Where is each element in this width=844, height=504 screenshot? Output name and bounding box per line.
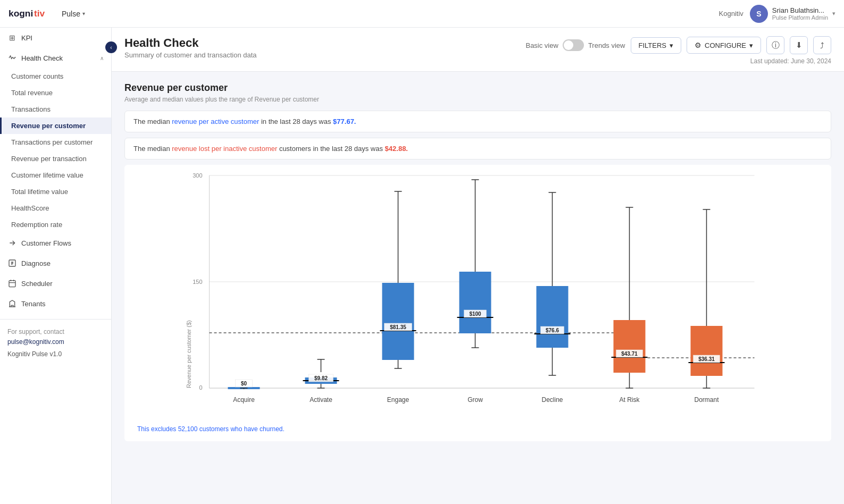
sidebar-item-redemption-rate[interactable]: Redemption rate (0, 216, 111, 233)
kpi-icon: ⊞ (7, 33, 17, 43)
svg-text:Activate: Activate (310, 396, 332, 404)
user-name-block: Srian Bulathsin... Pulse Platform Admin (772, 6, 828, 21)
svg-text:$76.6: $76.6 (546, 327, 559, 333)
support-email-link[interactable]: pulse@kognitiv.com (7, 338, 64, 346)
main-content: Health Check Summary of customer and tra… (112, 28, 844, 452)
info-button[interactable]: ⓘ (766, 36, 784, 54)
insight1-value: $77.67. (333, 117, 356, 125)
share-icon: ⤴ (820, 41, 824, 50)
sidebar-item-total-revenue[interactable]: Total revenue (0, 85, 111, 101)
svg-text:300: 300 (193, 172, 202, 179)
user-name: Srian Bulathsin... (772, 6, 828, 14)
header-controls: Basic view Trends view FILTERS ▾ ⚙ CONFI… (525, 36, 831, 54)
svg-rect-62 (614, 320, 646, 373)
svg-text:$81.35: $81.35 (390, 324, 406, 330)
configure-button[interactable]: ⚙ CONFIGURE ▾ (687, 37, 761, 54)
kpi-items-list: Customer counts Total revenue Transactio… (0, 68, 111, 233)
user-info[interactable]: S Srian Bulathsin... Pulse Platform Admi… (750, 5, 835, 23)
svg-text:0: 0 (199, 384, 202, 391)
svg-text:kogni: kogni (9, 8, 33, 19)
sidebar-item-revenue-per-transaction[interactable]: Revenue per transaction (0, 150, 111, 167)
page-subtitle: Summary of customer and transaction data (124, 51, 257, 59)
kpi-label: KPI (21, 34, 32, 42)
last-updated: Last updated: June 30, 2024 (750, 57, 831, 65)
download-icon: ⬇ (796, 40, 803, 50)
svg-text:$9.82: $9.82 (314, 375, 328, 381)
svg-rect-44 (459, 272, 491, 333)
svg-text:Revenue per customer ($): Revenue per customer ($) (186, 320, 192, 388)
sidebar-item-tenants[interactable]: Tenants (0, 293, 111, 314)
pulse-label: Pulse (62, 10, 80, 18)
sidebar-item-healthscore[interactable]: HealthScore (0, 200, 111, 216)
sidebar-footer: For support, contact pulse@kognitiv.com … (0, 319, 111, 365)
diagnose-label: Diagnose (21, 259, 51, 267)
insight1-mid: in the last 28 days was (261, 117, 331, 125)
share-button[interactable]: ⤴ (813, 36, 831, 54)
svg-text:$36.31: $36.31 (698, 356, 715, 362)
sidebar-kpi-section[interactable]: ⊞ KPI (0, 28, 111, 48)
logo: kogni tiv (9, 6, 51, 21)
sidebar-version: Kognitiv Pulse v1.0 (7, 350, 104, 358)
header-controls-col: Basic view Trends view FILTERS ▾ ⚙ CONFI… (525, 36, 831, 65)
insight-box-1: The median revenue per active customer i… (124, 111, 831, 132)
pulse-menu-button[interactable]: Pulse ▾ (57, 7, 89, 20)
svg-text:150: 150 (193, 279, 202, 285)
sidebar-item-transactions-per-customer[interactable]: Transactions per customer (0, 134, 111, 150)
insight2-mid: customers in the last 28 days was (279, 145, 383, 153)
sidebar-health-check-section[interactable]: Health Check ∧ (0, 48, 111, 68)
filters-button[interactable]: FILTERS ▾ (631, 37, 682, 54)
svg-rect-53 (537, 286, 569, 348)
health-check-icon (7, 53, 17, 63)
insight2-pre: The median (133, 145, 170, 153)
page-title-block: Health Check Summary of customer and tra… (124, 36, 257, 59)
svg-text:$100: $100 (469, 311, 481, 317)
svg-rect-71 (691, 326, 723, 376)
sidebar-item-scheduler[interactable]: Scheduler (0, 273, 111, 293)
top-nav: kogni tiv Pulse ▾ Kognitiv S Srian Bulat… (0, 0, 844, 28)
sidebar-toggle-button[interactable]: ‹ (105, 41, 117, 53)
view-toggle: Basic view Trends view (525, 39, 625, 51)
sidebar-item-transactions[interactable]: Transactions (0, 101, 111, 117)
nav-right: Kognitiv S Srian Bulathsin... Pulse Plat… (719, 5, 835, 23)
svg-text:Dormant: Dormant (694, 396, 719, 404)
scheduler-icon (7, 279, 17, 288)
boxplot-chart: Revenue per customer ($) 0 150 300 (137, 175, 818, 420)
configure-chevron-icon: ▾ (749, 41, 753, 49)
insight1-link[interactable]: revenue per active customer (172, 117, 259, 125)
svg-text:Engage: Engage (387, 396, 410, 404)
chart-wrapper: Revenue per customer ($) 0 150 300 (124, 165, 831, 441)
kognitiv-nav-label: Kognitiv (719, 10, 743, 18)
logo-svg: kogni tiv (9, 6, 51, 21)
exclude-note: This excludes 52,100 customers who have … (137, 425, 818, 433)
sidebar-item-revenue-per-customer[interactable]: Revenue per customer (0, 117, 111, 134)
tenants-icon (7, 299, 17, 308)
filters-label: FILTERS (639, 41, 667, 49)
configure-label: CONFIGURE (705, 41, 746, 49)
sidebar-item-total-lifetime-value[interactable]: Total lifetime value (0, 183, 111, 200)
insight2-link[interactable]: revenue lost per inactive customer (172, 145, 277, 153)
filters-chevron-icon: ▾ (670, 41, 673, 49)
sidebar-item-customer-lifetime-value[interactable]: Customer lifetime value (0, 167, 111, 183)
avatar: S (750, 5, 768, 23)
svg-text:Acquire: Acquire (233, 396, 255, 404)
sidebar-item-customer-counts[interactable]: Customer counts (0, 68, 111, 85)
svg-rect-3 (9, 281, 15, 287)
gear-icon: ⚙ (695, 41, 701, 49)
sidebar-toggle-icon: ‹ (110, 45, 112, 51)
svg-text:Grow: Grow (467, 396, 483, 404)
user-chevron-icon: ▾ (832, 10, 835, 17)
svg-text:tiv: tiv (34, 8, 45, 19)
flows-icon (7, 238, 17, 248)
download-button[interactable]: ⬇ (790, 36, 808, 54)
svg-text:$43.71: $43.71 (621, 351, 638, 357)
toggle-knob (564, 40, 573, 50)
pulse-chevron-icon: ▾ (82, 11, 85, 16)
view-toggle-switch[interactable] (563, 39, 584, 51)
section-title: Revenue per customer (124, 82, 831, 94)
tenants-label: Tenants (21, 300, 46, 308)
sidebar-item-customer-flows[interactable]: Customer Flows (0, 233, 111, 253)
sidebar-item-diagnose[interactable]: Diagnose (0, 253, 111, 273)
diagnose-icon (7, 258, 17, 268)
svg-text:Decline: Decline (541, 396, 563, 404)
scheduler-label: Scheduler (21, 280, 53, 288)
